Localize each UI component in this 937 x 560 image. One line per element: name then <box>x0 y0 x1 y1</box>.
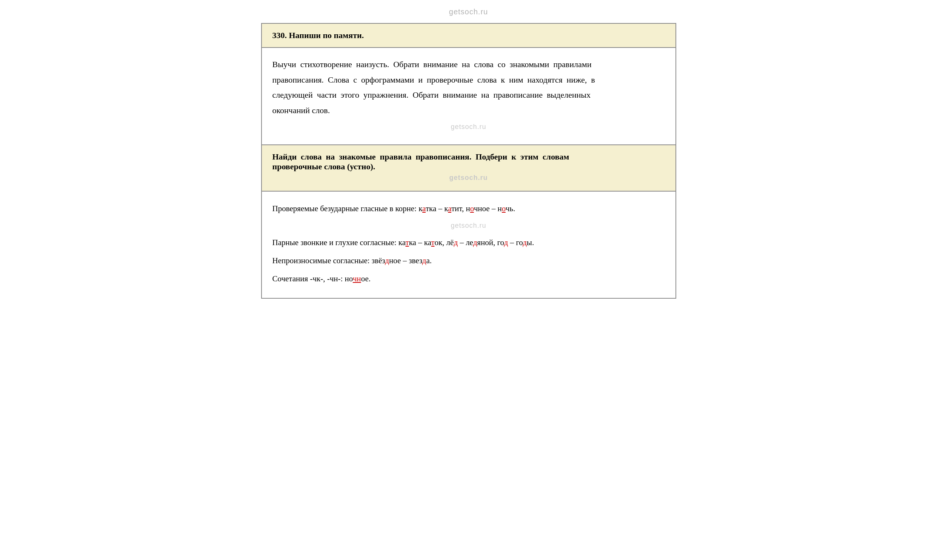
section-2-body: Выучи стихотворение наизусть. Обрати вни… <box>262 48 675 145</box>
watermark-mid3: getsoch.ru <box>273 219 665 232</box>
section-2-paragraph: Выучи стихотворение наизусть. Обрати вни… <box>273 57 665 118</box>
section-1-header: 330. Напиши по памяти. <box>262 24 675 48</box>
answer-line-1: Проверяемые безударные гласные в корне: … <box>273 201 665 217</box>
section-1-title: 330. Напиши по памяти. <box>273 31 364 40</box>
answer-line-2: Парные звонкие и глухие согласные: катка… <box>273 235 665 251</box>
section-4-answers: Проверяемые безударные гласные в корне: … <box>262 192 675 298</box>
watermark-mid1: getsoch.ru <box>273 121 665 133</box>
main-container: 330. Напиши по памяти. Выучи стихотворен… <box>261 23 676 298</box>
answer-line-4: Сочетания -чк-, -чн-: ночное. <box>273 271 665 286</box>
watermark-mid2: getsoch.ru <box>273 174 665 182</box>
watermark-top: getsoch.ru <box>449 8 488 16</box>
answer-line-3: Непроизносимые согласные: звёздное – зве… <box>273 253 665 269</box>
section-3-header: Найди слова на знакомые правила правопис… <box>262 145 675 192</box>
section-3-title: Найди слова на знакомые правила правопис… <box>273 152 569 171</box>
